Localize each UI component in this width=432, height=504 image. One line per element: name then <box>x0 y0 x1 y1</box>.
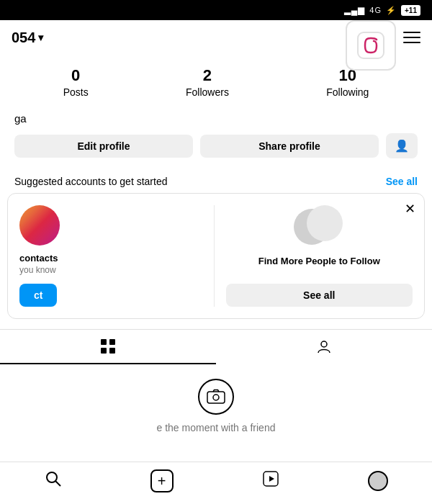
person-icon: 👤 <box>395 140 409 152</box>
tab-tagged[interactable] <box>216 330 432 364</box>
chevron-down-icon: ▾ <box>38 32 43 43</box>
share-profile-button[interactable]: Share profile <box>200 135 379 158</box>
profile-tab-bar <box>0 329 432 364</box>
hamburger-line <box>403 37 420 38</box>
nav-profile-avatar[interactable] <box>368 471 388 491</box>
suggestion-overlay-card: ✕ contacts you know ct Find More People … <box>7 193 425 319</box>
posts-count: 0 <box>71 66 80 85</box>
app-logo <box>346 20 396 71</box>
reels-icon <box>262 470 279 487</box>
share-moment-text: e the moment with a friend <box>157 422 276 433</box>
add-person-button[interactable]: 👤 <box>386 133 418 158</box>
connect-button[interactable]: ct <box>19 284 57 307</box>
followers-count: 2 <box>203 66 212 85</box>
logo-overlay <box>346 20 403 78</box>
tab-grid[interactable] <box>0 330 216 364</box>
svg-rect-2 <box>109 339 115 345</box>
bio: ga <box>0 109 432 133</box>
svg-rect-6 <box>207 392 225 403</box>
find-more-avatars <box>294 205 344 248</box>
suggestion-body: accounts to get started <box>66 176 168 187</box>
battery-level: +11 <box>401 5 420 16</box>
svg-point-5 <box>321 341 327 347</box>
posts-label: Posts <box>63 86 89 98</box>
see-all-suggestion-link[interactable]: See all <box>386 176 418 187</box>
nav-reels[interactable] <box>262 470 279 492</box>
signal-icon: ▂▄▆ <box>344 5 366 15</box>
status-bar: ▂▄▆ 4G ⚡ +11 <box>0 0 432 20</box>
camera-icon-container <box>198 379 234 415</box>
empty-state-text: e the moment with a friend <box>157 422 276 433</box>
contact-label: contacts <box>19 253 58 264</box>
svg-rect-4 <box>109 348 115 354</box>
find-more-see-all-button[interactable]: See all <box>226 284 413 307</box>
suggestion-text: Suggested accounts to get started <box>14 176 167 187</box>
search-icon <box>45 470 62 487</box>
suggestion-header: Suggested accounts to get started See al… <box>0 170 432 193</box>
svg-marker-11 <box>269 476 274 482</box>
overlay-close-button[interactable]: ✕ <box>405 201 415 217</box>
nav-home[interactable] <box>45 470 62 492</box>
add-nav-icon: + <box>158 473 166 490</box>
svg-line-9 <box>55 481 60 486</box>
network-icon: 4G <box>369 6 382 14</box>
tag-icon <box>316 338 332 354</box>
battery-icon: ⚡ <box>386 6 397 15</box>
svg-rect-0 <box>358 32 384 58</box>
camera-icon <box>207 389 225 405</box>
grid-icon <box>100 338 116 354</box>
overlay-content: contacts you know ct Find More People to… <box>8 194 424 318</box>
contact-sublabel: you know <box>19 265 56 275</box>
find-more-label: Find More People to Follow <box>258 256 380 266</box>
bio-text: ga <box>14 112 27 125</box>
svg-rect-3 <box>101 348 107 354</box>
followers-stat[interactable]: 2 Followers <box>186 66 229 98</box>
nav-add-button[interactable]: + <box>150 469 174 492</box>
action-buttons: Edit profile Share profile 👤 <box>0 133 432 170</box>
hamburger-line <box>403 32 420 33</box>
edit-profile-button[interactable]: Edit profile <box>14 135 193 158</box>
posts-stat[interactable]: 0 Posts <box>63 66 89 98</box>
hamburger-line <box>403 42 420 43</box>
following-label: Following <box>326 86 369 98</box>
svg-point-7 <box>213 395 219 400</box>
username-text: 054 <box>12 30 35 46</box>
menu-button[interactable] <box>403 32 420 43</box>
svg-rect-1 <box>101 339 107 345</box>
contact-avatar <box>19 205 60 246</box>
suggestion-prefix: Suggested <box>14 176 66 187</box>
username-container[interactable]: 054 ▾ <box>12 30 43 46</box>
find-more-section: Find More People to Follow See all <box>214 205 413 307</box>
svg-point-8 <box>47 472 57 482</box>
avatar-circle-2 <box>307 205 343 241</box>
contacts-section: contacts you know ct <box>19 205 214 307</box>
followers-label: Followers <box>186 86 229 98</box>
empty-state: e the moment with a friend <box>0 364 432 448</box>
bottom-nav: + <box>0 462 432 504</box>
